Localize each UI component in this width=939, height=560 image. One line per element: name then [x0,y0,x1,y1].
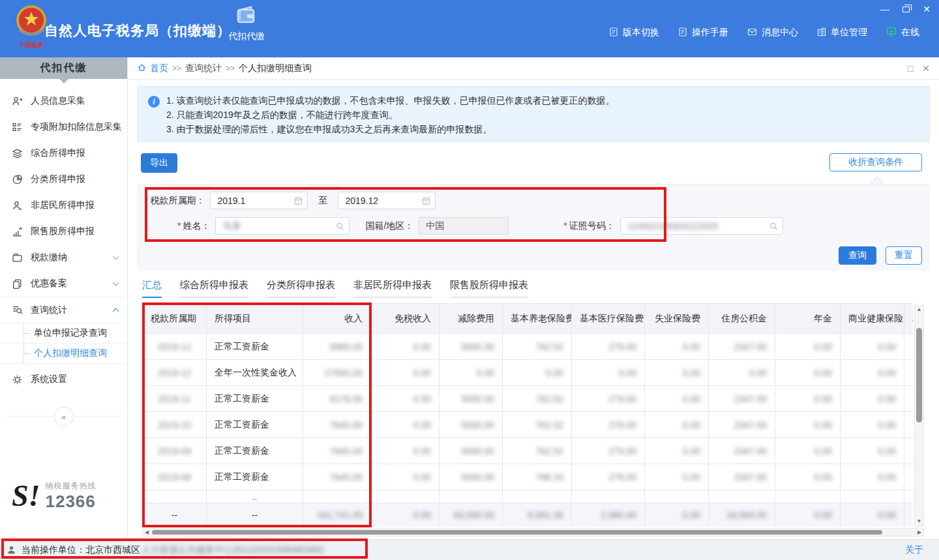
panel-close-button[interactable]: ✕ [922,63,930,74]
sidebar-item-special-deduction[interactable]: 专项附加扣除信息采集 [0,114,127,140]
calendar-icon[interactable] [421,196,431,205]
panel-maximize-button[interactable]: □ [908,63,913,74]
sidebar-item-restricted-stock[interactable]: 限售股所得申报 [0,218,127,244]
sidebar-item-personnel-info[interactable]: 人员信息采集 [0,88,127,114]
emblem-caption: 中国税务 [14,41,48,50]
notice-line: 3. 由于数据处理的滞后性，建议您在申报成功3天之后再来查询最新的申报数据。 [166,122,920,136]
collapse-query-button[interactable]: 收折查询条件 [829,153,922,171]
main-panel: 首页 >> 查询统计 >> 个人扣缴明细查询 □ ✕ i 1. 该查询统计表仅能… [128,57,939,539]
table-cell [904,360,914,386]
query-button[interactable]: 查询 [839,246,876,265]
table-cell [303,490,371,503]
horizontal-scroll-thumb[interactable] [152,530,882,535]
tab-nonresident[interactable]: 非居民所得申报表 [353,279,432,298]
table-cell: 0.00 [645,503,709,527]
close-button[interactable]: ✕ [919,3,934,16]
column-header: 免税收入 [371,304,440,334]
menu-online-status[interactable]: 在线 [886,26,919,39]
sidebar-subitem-personal-withholding-query[interactable]: 个人扣缴明细查询 [0,344,127,364]
table-cell: 762.52 [503,334,572,360]
table-cell: 0.00 [775,464,841,490]
scroll-right-arrow[interactable]: ▶ [916,529,923,536]
chevron-down-icon [113,279,119,286]
nav-tab-daikou-daijiao[interactable]: 代扣代缴 [222,5,271,57]
table-cell: 5000.00 [440,438,503,464]
period-to-input[interactable]: 2019.12 [338,192,436,209]
table-cell: 5000.00 [440,334,503,360]
table-cell: 798.24 [503,464,572,490]
sidebar-subitem-unit-declaration-query[interactable]: 单位申报记录查询 [0,323,127,344]
header-menu: 版本切换 操作手册 消息中心 单位管理 在线 [608,26,919,39]
name-input[interactable]: 马某 [215,217,350,235]
table-cell: 0.00 [440,360,503,386]
table-cell: 2019-12 [143,360,207,386]
menu-version-switch[interactable]: 版本切换 [608,27,659,39]
table-cell: 0.00 [645,412,709,438]
calendar-icon[interactable] [293,196,303,205]
tab-classified[interactable]: 分类所得申报表 [267,279,335,298]
current-unit-label: 当前操作单位： [22,544,85,556]
about-link[interactable]: 关于 [905,544,923,556]
table-cell: 0.00 [841,360,904,386]
nationality-label: 国籍/地区： [365,220,413,232]
table-cell: 0.00 [775,360,841,386]
export-button[interactable]: 导出 [141,153,177,173]
info-icon: i [148,96,160,108]
restore-button[interactable] [899,3,913,16]
wallet-icon [12,252,23,263]
app-header: 中国税务 自然人电子税务局（扣缴端） 代扣代缴 版本切换 操作手册 消息中心 [0,0,939,57]
scroll-left-arrow[interactable]: ◀ [143,529,151,536]
minimize-button[interactable]: — [878,3,892,16]
sidebar-item-preferential-filing[interactable]: 优惠备案 [0,271,127,297]
sidebar-item-comprehensive-income[interactable]: 综合所得申报 [0,140,127,166]
scroll-down-arrow[interactable]: ▼ [915,518,923,525]
tab-restricted-stock[interactable]: 限售股所得申报表 [450,279,528,298]
column-header: 税款所属期 [143,304,207,334]
menu-manual[interactable]: 操作手册 [678,27,728,39]
sidebar-item-system-settings[interactable]: 系统设置 [0,366,127,392]
subitem-label: 单位申报记录查询 [34,327,107,339]
vertical-scroll-thumb[interactable] [916,328,922,422]
breadcrumb-level1[interactable]: 查询统计 [185,63,222,74]
table-cell: 762.52 [503,438,572,464]
menu-unit-management[interactable]: 单位管理 [816,27,867,39]
column-header: 基本养老保险费 [503,304,572,334]
summary-row: ----161,741.000.0060,000.008,991.362,960… [143,503,914,527]
table-cell: 全年一次性奖金收入 [207,360,303,386]
table-cell: 2347.00 [709,412,775,438]
sidebar-item-tax-payment[interactable]: 税款缴纳 [0,244,127,271]
chevron-up-icon [113,308,119,315]
sidebar-item-nonresident-income[interactable]: 非居民所得申报 [0,192,127,218]
sidebar-item-classified-income[interactable]: 分类所得申报 [0,166,127,192]
period-from-input[interactable]: 2019.1 [210,192,308,209]
column-header: 年金 [775,304,841,334]
online-monitor-icon [886,26,897,39]
table-cell: 279.00 [572,334,645,360]
table-cell: 2347.00 [709,386,775,412]
table-cell: 9985.00 [303,334,371,360]
tab-summary[interactable]: 汇总 [142,279,162,298]
report-tabs: 汇总 综合所得申报表 分类所得申报表 非居民所得申报表 限售股所得申报表 [142,279,528,298]
table-cell: 正常工资薪金 [207,334,303,360]
table-cell: 5000.00 [440,464,503,490]
menu-online-label: 在线 [901,27,919,38]
scroll-up-arrow[interactable]: ▲ [915,306,923,314]
reset-button[interactable]: 重置 [886,246,922,265]
table-cell: 5000.00 [440,386,503,412]
breadcrumb-home[interactable]: 首页 [137,63,168,74]
menu-message-center[interactable]: 消息中心 [747,27,798,39]
sidebar-item-label: 税款缴纳 [31,252,106,263]
sidebar-collapse-button[interactable]: « [54,407,74,426]
search-icon[interactable] [335,221,345,231]
vertical-scrollbar[interactable]: ▲ ▼ [914,304,924,527]
sidebar: 代扣代缴 人员信息采集 专项附加扣除信息采集 综合所得申报 分类所得申报 非居民… [0,57,128,539]
search-icon[interactable] [769,221,779,231]
table-cell: 0.00 [645,464,709,490]
id-number-input[interactable]: 110502199304222029 [620,217,783,235]
table-cell [904,464,914,490]
subitem-label: 个人扣缴明细查询 [34,347,107,359]
tab-comprehensive[interactable]: 综合所得申报表 [180,279,248,298]
table-cell: 27500.00 [303,360,371,386]
sidebar-item-query-statistics[interactable]: 查询统计 [0,297,127,323]
horizontal-scrollbar[interactable]: ◀ ▶ [142,528,924,537]
